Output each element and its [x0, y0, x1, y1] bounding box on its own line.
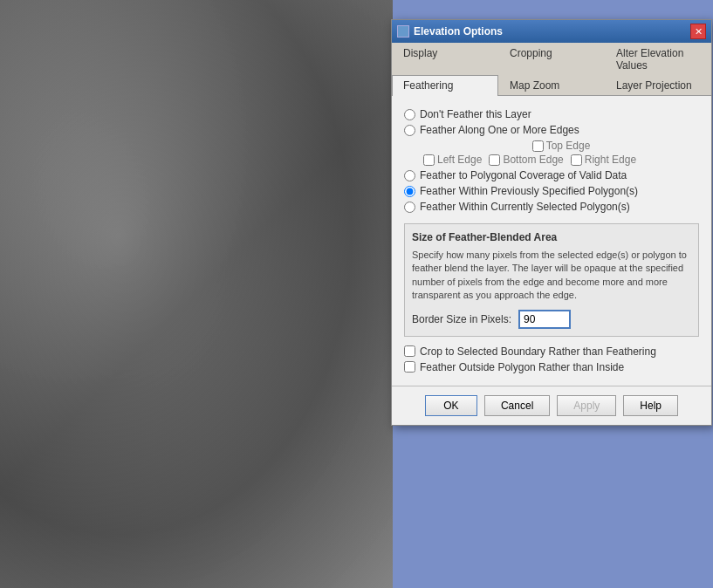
- top-edge-label[interactable]: Top Edge: [546, 140, 591, 152]
- tab-feathering[interactable]: Feathering: [392, 75, 498, 96]
- outside-label[interactable]: Feather Outside Polygon Rather than Insi…: [420, 361, 624, 373]
- dialog-title: Elevation Options: [414, 25, 690, 38]
- left-edge-checkbox[interactable]: [423, 154, 435, 166]
- blend-description: Specify how many pixels from the selecte…: [412, 249, 691, 303]
- tab-layer-projection[interactable]: Layer Projection: [605, 75, 711, 95]
- dont-feather-radio[interactable]: [404, 109, 415, 120]
- option-dont-feather-row: Don't Feather this Layer: [404, 108, 699, 120]
- edges-row: Left Edge Bottom Edge Right Edge: [423, 154, 699, 166]
- terrain-image: [0, 0, 393, 588]
- feather-curr-label[interactable]: Feather Within Currently Selected Polygo…: [420, 201, 630, 213]
- feather-prev-radio[interactable]: [404, 186, 415, 197]
- outside-checkbox[interactable]: [404, 361, 415, 373]
- apply-button[interactable]: Apply: [557, 395, 616, 416]
- tab-display[interactable]: Display: [392, 43, 498, 75]
- feather-polygon-label[interactable]: Feather to Polygonal Coverage of Valid D…: [420, 169, 627, 181]
- crop-option-row: Crop to Selected Boundary Rather than Fe…: [404, 345, 699, 358]
- crop-label[interactable]: Crop to Selected Boundary Rather than Fe…: [420, 345, 656, 358]
- tab-bar: Display Cropping Alter Elevation Values …: [392, 43, 711, 96]
- outside-option-row: Feather Outside Polygon Rather than Insi…: [404, 361, 699, 373]
- option-feather-prev-row: Feather Within Previously Specified Poly…: [404, 185, 699, 197]
- elevation-options-dialog: Elevation Options ✕ Display Cropping Alt…: [391, 19, 712, 426]
- button-bar: OK Cancel Apply Help: [392, 386, 711, 425]
- bottom-edge-label[interactable]: Bottom Edge: [503, 154, 563, 166]
- dont-feather-label[interactable]: Don't Feather this Layer: [420, 108, 531, 120]
- border-size-input[interactable]: [518, 310, 571, 329]
- top-edge-row: Top Edge: [423, 140, 699, 152]
- left-edge-label[interactable]: Left Edge: [437, 154, 482, 166]
- top-edge-item: Top Edge: [532, 140, 591, 152]
- cancel-button[interactable]: Cancel: [484, 395, 550, 416]
- dialog-content: Don't Feather this Layer Feather Along O…: [392, 96, 711, 386]
- border-size-row: Border Size in Pixels:: [412, 310, 691, 329]
- tab-cropping[interactable]: Cropping: [498, 43, 605, 75]
- option-feather-curr-row: Feather Within Currently Selected Polygo…: [404, 201, 699, 213]
- tab-map-zoom[interactable]: Map Zoom: [498, 75, 605, 95]
- help-button[interactable]: Help: [623, 395, 678, 416]
- feather-edges-label[interactable]: Feather Along One or More Edges: [420, 124, 579, 136]
- border-size-label: Border Size in Pixels:: [412, 313, 511, 325]
- bottom-edge-item: Bottom Edge: [489, 154, 563, 166]
- right-edge-item: Right Edge: [571, 154, 636, 166]
- tab-alter-elevation[interactable]: Alter Elevation Values: [605, 43, 711, 75]
- feather-polygon-radio[interactable]: [404, 170, 415, 181]
- feather-edges-radio[interactable]: [404, 125, 415, 136]
- blend-section: Size of Feather-Blended Area Specify how…: [404, 223, 699, 337]
- bottom-edge-checkbox[interactable]: [489, 154, 500, 166]
- dialog-title-bar: Elevation Options ✕: [392, 20, 711, 43]
- bottom-options: Crop to Selected Boundary Rather than Fe…: [404, 345, 699, 373]
- feather-prev-label[interactable]: Feather Within Previously Specified Poly…: [420, 185, 638, 197]
- right-edge-label[interactable]: Right Edge: [585, 154, 636, 166]
- top-edge-checkbox[interactable]: [532, 140, 544, 152]
- option-feather-edges-row: Feather Along One or More Edges: [404, 124, 699, 136]
- crop-checkbox[interactable]: [404, 345, 415, 357]
- right-edge-checkbox[interactable]: [571, 154, 582, 166]
- ok-button[interactable]: OK: [425, 395, 477, 416]
- left-edge-item: Left Edge: [423, 154, 482, 166]
- option-feather-polygon-row: Feather to Polygonal Coverage of Valid D…: [404, 169, 699, 181]
- feather-curr-radio[interactable]: [404, 202, 415, 213]
- dialog-icon: [397, 25, 409, 38]
- blend-title: Size of Feather-Blended Area: [412, 231, 691, 243]
- close-button[interactable]: ✕: [690, 24, 706, 39]
